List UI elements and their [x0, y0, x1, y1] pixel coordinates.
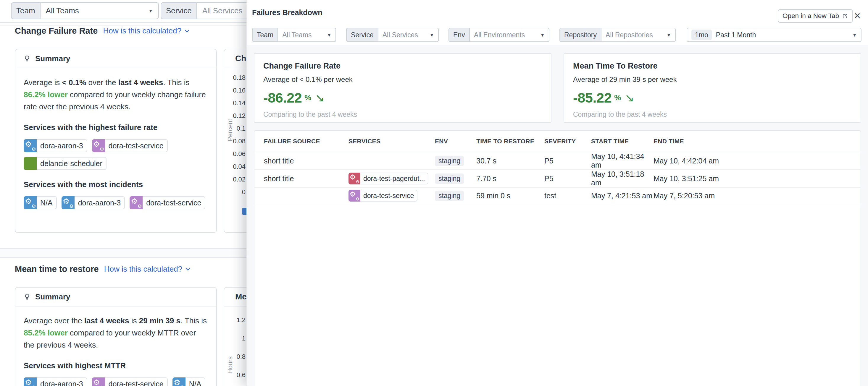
external-link-icon — [842, 13, 848, 19]
y-tick-label: 1.2 — [224, 311, 246, 329]
close-icon[interactable]: ✕ — [851, 10, 863, 22]
time-to-restore-cell: 30.7 s — [476, 156, 544, 165]
severity-cell: P5 — [544, 174, 591, 183]
table-column-header: SERVICES — [348, 138, 435, 145]
cfr-summary-card: Summary Average is < 0.1% over the last … — [15, 49, 217, 233]
service-chip[interactable]: ⚙⚙ dora-test-service — [348, 190, 417, 202]
caret-down-icon: ▼ — [144, 8, 153, 13]
service-chip[interactable]: ⚙⚙ dora-test-service — [130, 196, 205, 209]
failure-source-cell: short title — [264, 156, 348, 165]
service-gears-icon: ⚙⚙ — [173, 378, 185, 386]
env-badge: staging — [435, 174, 464, 184]
service-chip-label: dora-aaron-3 — [74, 196, 125, 209]
caret-down-icon: ▼ — [536, 33, 545, 38]
time-range-badge: 1mo — [691, 30, 712, 40]
drawer-service-filter-label: Service — [346, 28, 378, 42]
service-chip-label: dora-test-pagerdut... — [360, 173, 428, 184]
table-body: short title ⚙⚙ staging 30.7 s P5 — [254, 152, 861, 204]
service-chip[interactable]: ⚙⚙ dora-test-service — [92, 378, 168, 386]
env-cell: staging — [435, 156, 476, 166]
start-time-cell: May 7, 4:21:53 am — [591, 191, 653, 200]
drawer-repository-filter-value: All Repositories — [606, 31, 653, 39]
most-incidents-chips: ⚙⚙ N/A ⚙⚙ dora-aaron-3 — [24, 196, 208, 209]
team-filter[interactable]: Team All Teams ▼ — [11, 2, 159, 19]
team-filter-value[interactable]: All Teams ▼ — [40, 2, 159, 19]
drawer-repository-filter[interactable]: Repository All Repositories ▼ — [559, 28, 676, 42]
service-chip-label: dora-test-service — [105, 378, 168, 386]
env-cell: staging — [435, 174, 476, 184]
cfr-how-calculated-link[interactable]: How is this calculated? — [103, 26, 190, 35]
y-tick-label: 0.04 — [224, 160, 246, 173]
drawer-team-filter[interactable]: Team All Teams ▼ — [252, 28, 336, 42]
table-column-header: START TIME — [591, 138, 653, 145]
service-chip[interactable]: ⚙⚙ dora-aaron-3 — [24, 139, 87, 152]
service-chip-label: N/A — [37, 196, 57, 209]
severity-cell: P5 — [544, 156, 591, 165]
dora-metrics-screen: Team All Teams ▼ Service All Services ▼ … — [0, 0, 868, 386]
service-gears-icon: ⚙⚙ — [348, 190, 360, 202]
service-gears-icon: ⚙⚙ — [24, 157, 37, 170]
table-header-row: FAILURE SOURCESERVICESENVTIME TO RESTORE… — [254, 131, 861, 152]
end-time-cell: May 7, 5:20:53 am — [653, 191, 861, 200]
mttr-metric-card: Mean Time To Restore Average of 29 min 3… — [564, 53, 861, 122]
trend-down-icon: ↘ — [315, 92, 324, 103]
service-chip[interactable]: ⚙⚙ delancie-scheduler — [24, 157, 106, 170]
service-chip[interactable]: ⚙⚙ N/A — [24, 196, 57, 209]
mttr-section-heading: Mean time to restore — [15, 264, 99, 274]
service-gears-icon: ⚙⚙ — [62, 196, 74, 209]
service-chip[interactable]: ⚙⚙ dora-aaron-3 — [24, 378, 87, 386]
time-range-selector[interactable]: 1mo Past 1 Month ▼ — [687, 28, 862, 42]
team-filter-label: Team — [11, 2, 40, 19]
caret-down-icon: ▼ — [426, 33, 434, 38]
service-chip[interactable]: ⚙⚙ dora-test-service — [92, 139, 168, 152]
env-badge: staging — [435, 190, 464, 201]
metric-card-subtitle: Average of 29 min 39 s per week — [573, 75, 852, 84]
service-chip-label: dora-aaron-3 — [37, 139, 87, 152]
time-range-value: Past 1 Month — [716, 31, 756, 39]
y-tick-label: 0 — [224, 186, 246, 198]
table-column-header: FAILURE SOURCE — [264, 138, 348, 145]
cfr-section-heading: Change Failure Rate — [15, 26, 98, 36]
metric-cards-row: Change Failure Rate Average of < 0.1% pe… — [254, 53, 861, 122]
caret-down-icon: ▼ — [848, 33, 857, 38]
failures-table-card: FAILURE SOURCESERVICESENVTIME TO RESTORE… — [254, 130, 861, 386]
y-tick-label: 0.14 — [224, 97, 246, 109]
services-cell: ⚙⚙ dora-test-pagerdut... — [348, 173, 435, 184]
y-tick-label: 0.02 — [224, 173, 246, 186]
table-column-header: ENV — [435, 138, 476, 145]
caret-down-icon: ▼ — [323, 33, 331, 38]
table-row[interactable]: short title ⚙⚙ staging 30.7 s P5 — [254, 152, 861, 170]
service-chip[interactable]: ⚙⚙ N/A — [173, 378, 206, 386]
service-filter-selected: All Services — [203, 6, 243, 15]
drawer-env-filter-value: All Environments — [474, 31, 525, 39]
service-chip-label: dora-aaron-3 — [37, 378, 87, 386]
table-row[interactable]: short title ⚙⚙ dora-test-pagerdut... sta… — [254, 170, 861, 188]
mttr-summary-card: Summary Average over the last 4 weeks is… — [15, 287, 217, 386]
open-new-tab-button[interactable]: Open in a New Tab — [778, 9, 853, 23]
service-chip-label: dora-test-service — [105, 139, 168, 152]
service-gears-icon: ⚙⚙ — [92, 139, 105, 152]
service-gears-icon: ⚙⚙ — [24, 196, 37, 209]
metric-card-title: Change Failure Rate — [263, 62, 542, 71]
cfr-metric-card: Change Failure Rate Average of < 0.1% pe… — [254, 53, 552, 122]
drawer-service-filter[interactable]: Service All Services ▼ — [346, 28, 439, 42]
y-tick-label: 0.18 — [224, 71, 246, 84]
y-tick-label: 1 — [224, 329, 246, 348]
table-row[interactable]: ⚙⚙ dora-test-service staging 59 min 0 s … — [254, 188, 861, 204]
service-gears-icon: ⚙⚙ — [24, 139, 37, 152]
service-gears-icon: ⚙⚙ — [348, 173, 360, 184]
metric-card-footnote: Comparing to the past 4 weeks — [263, 110, 542, 118]
start-time-cell: May 10, 4:41:34 am — [591, 152, 653, 169]
service-chip-label: delancie-scheduler — [37, 157, 106, 170]
severity-cell: test — [544, 191, 591, 200]
trend-down-icon: ↘ — [624, 92, 634, 103]
table-column-header: SEVERITY — [544, 138, 591, 145]
mttr-how-calculated-link[interactable]: How is this calculated? — [104, 265, 191, 274]
table-column-header: TIME TO RESTORE — [476, 138, 544, 145]
service-chip[interactable]: ⚙⚙ dora-test-pagerdut... — [348, 173, 428, 184]
metric-card-value: -85.22 % ↘ — [573, 90, 852, 106]
y-tick-label: 0.06 — [224, 147, 246, 160]
drawer-env-filter[interactable]: Env All Environments ▼ — [448, 28, 549, 42]
service-chip[interactable]: ⚙⚙ dora-aaron-3 — [62, 196, 125, 209]
services-cell: ⚙⚙ dora-test-service — [348, 190, 435, 202]
